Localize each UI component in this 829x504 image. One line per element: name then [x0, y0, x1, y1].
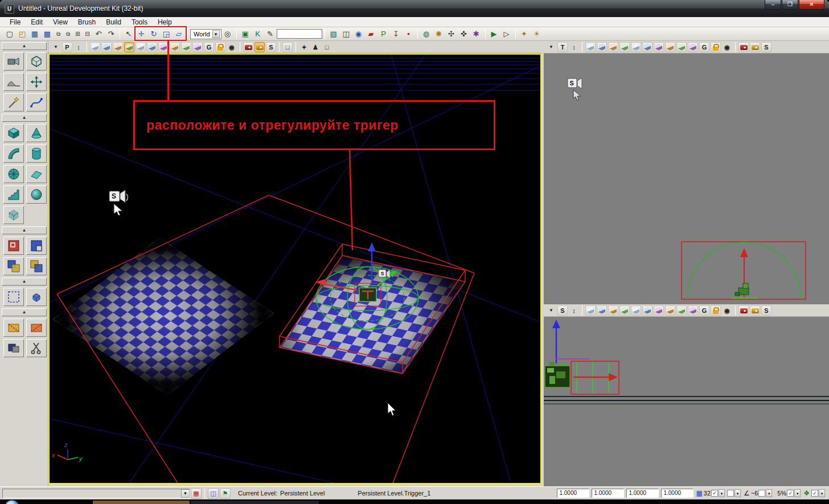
rotation-snap-spinner[interactable]: ▾ — [766, 489, 772, 497]
viewmode-unlit-icon[interactable] — [608, 42, 618, 52]
top-mode-button[interactable]: T — [557, 42, 568, 52]
show-flags-eye-icon[interactable]: ◉ — [227, 42, 237, 52]
maximize-viewport-icon[interactable]: ↕ — [569, 305, 579, 316]
actor-search-combo[interactable]: ▼ — [2, 489, 190, 498]
start-orb[interactable] — [5, 500, 19, 504]
spline-mode-button[interactable] — [26, 93, 47, 111]
show-flags-eye-icon[interactable]: ◉ — [722, 42, 732, 52]
rotation-snap-checkbox[interactable] — [758, 490, 765, 497]
cone-brush-button[interactable] — [26, 124, 47, 142]
palette-section-toggle[interactable]: ▲ — [2, 308, 47, 316]
build-lighting-button[interactable]: ✺ — [433, 28, 445, 40]
geometry-edit-button[interactable] — [3, 93, 24, 111]
player-start-icon[interactable]: ♟ — [310, 42, 321, 52]
viewmode-brushwire-icon[interactable] — [597, 305, 607, 316]
allow-sounds-button[interactable]: S — [266, 42, 276, 52]
kismet-button[interactable]: K — [252, 28, 264, 40]
publish-button[interactable]: ↧ — [391, 28, 402, 40]
csg-intersect-button[interactable] — [3, 257, 24, 275]
face-drag-button[interactable] — [26, 319, 47, 337]
viewmode-unlit-icon[interactable] — [608, 305, 618, 316]
viewmode-lightmapdensity-icon[interactable] — [688, 42, 698, 52]
new-file-button[interactable]: ▢ — [4, 28, 15, 40]
viewmode-lightcomplexity-icon[interactable] — [654, 42, 664, 52]
show-flags-eye-icon[interactable]: ◉ — [722, 305, 732, 316]
drag-grid-z-field[interactable]: 1.0000 — [626, 489, 659, 498]
search-actors-button[interactable]: ◎ — [222, 28, 233, 40]
copy-alt-button[interactable]: ⧉ — [64, 28, 72, 40]
play-in-editor-button[interactable]: ▶ — [489, 28, 500, 40]
perspective-viewport[interactable]: S S x y z — [48, 53, 541, 484]
spiral-stair-brush-button[interactable] — [3, 165, 24, 183]
side-mode-button[interactable]: S — [557, 305, 568, 316]
clear-search-button[interactable]: ▦ — [191, 488, 202, 499]
viewmode-lit-icon[interactable] — [619, 305, 630, 316]
viewmode-lit-icon[interactable] — [619, 42, 630, 52]
viewmode-detail-icon[interactable] — [631, 42, 641, 52]
viewmode-lit-icon[interactable] — [124, 42, 134, 52]
build-geometry-button[interactable]: ◍ — [421, 28, 432, 40]
allow-sounds-button[interactable]: S — [761, 42, 771, 52]
chevron-down-icon[interactable]: ▼ — [181, 489, 190, 498]
csg-subtract-button[interactable] — [26, 237, 47, 255]
select-tool-button[interactable]: ↖ — [123, 28, 134, 40]
viewmode-wireframe-icon[interactable] — [90, 42, 100, 52]
paste-button[interactable]: ⊞ — [73, 28, 82, 40]
viewmode-wireframe-icon[interactable] — [585, 305, 596, 316]
csg-add-button[interactable] — [3, 237, 24, 255]
viewmode-lightmapdensity-icon[interactable] — [688, 305, 698, 316]
viewmode-shadercomplexity-icon[interactable] — [181, 42, 191, 52]
save-button[interactable]: ▦ — [29, 28, 40, 40]
undo-button[interactable]: ↶ — [93, 28, 104, 40]
viewmode-lightmapdensity-icon[interactable] — [192, 42, 203, 52]
cook-button[interactable]: ▪ — [403, 28, 414, 40]
autosave-spinner[interactable]: ▾ — [794, 489, 801, 497]
paste-alt-button[interactable]: ⊟ — [83, 28, 92, 40]
volumetric-brush-button[interactable] — [3, 206, 24, 224]
viewmode-lightingonly-icon[interactable] — [147, 42, 157, 52]
world-transform-combo[interactable]: World ▼ — [190, 29, 221, 39]
viewport-options-dropdown[interactable]: ▼ — [546, 305, 556, 316]
snap-spinner[interactable]: ▾ — [734, 489, 741, 497]
menu-help[interactable]: Help — [153, 18, 177, 26]
viewmode-texturedensity-icon[interactable] — [665, 305, 675, 316]
allow-sounds-button[interactable]: S — [761, 305, 771, 316]
viewmode-texturedensity-icon[interactable] — [665, 42, 675, 52]
drag-grid-checkbox[interactable]: ✓ — [711, 490, 718, 497]
lock-viewport-icon[interactable] — [711, 305, 721, 316]
titlebar[interactable]: U Untitled - Unreal Development Kit (32-… — [0, 0, 829, 17]
drag-grid-y-field[interactable]: 1.0000 — [592, 489, 624, 498]
realtime-preview-icon[interactable]: ❖ — [803, 489, 810, 497]
status-tool-button[interactable]: ◫ — [208, 488, 219, 499]
trigger-actor[interactable] — [545, 362, 570, 387]
viewmode-detail-icon[interactable] — [631, 305, 641, 316]
viewmode-shadercomplexity-icon[interactable] — [676, 42, 687, 52]
linear-stair-brush-button[interactable] — [3, 185, 24, 204]
speaker-actor-main[interactable]: S — [109, 190, 128, 216]
frame-actor-icon[interactable]: □ — [322, 42, 332, 52]
scale-nonuniform-tool-button[interactable]: ▱ — [173, 28, 184, 40]
pen-cut-button[interactable] — [26, 339, 47, 357]
texture-align-button[interactable] — [26, 73, 47, 91]
perspective-mode-button[interactable]: P — [62, 42, 72, 52]
viewmode-unlit-icon[interactable] — [113, 42, 123, 52]
realtime-spinner[interactable]: ▾ — [819, 489, 825, 497]
menu-tools[interactable]: Tools — [126, 18, 153, 26]
geometry-mode-button[interactable] — [26, 52, 47, 71]
minimize-button[interactable]: – — [765, 0, 781, 10]
menu-view[interactable]: View — [48, 18, 73, 26]
curved-stair-brush-button[interactable] — [3, 144, 24, 163]
palette-section-toggle[interactable]: ▲ — [2, 114, 47, 122]
palette-section-toggle[interactable]: ▲ — [2, 226, 47, 234]
menu-file[interactable]: File — [5, 18, 26, 26]
menu-edit[interactable]: Edit — [26, 18, 48, 26]
search-input[interactable] — [277, 29, 322, 39]
viewport-options-dropdown[interactable]: ▼ — [51, 42, 61, 52]
sphere-brush-button[interactable] — [26, 185, 47, 204]
viewmode-shadercomplexity-icon[interactable] — [676, 305, 687, 316]
viewmode-lightcomplexity-icon[interactable] — [158, 42, 169, 52]
camera-mode-button[interactable] — [3, 52, 24, 71]
taskbar-item[interactable] — [191, 501, 319, 504]
menu-brush[interactable]: Brush — [73, 18, 101, 26]
fullscreen-button[interactable]: ▣ — [240, 28, 251, 40]
